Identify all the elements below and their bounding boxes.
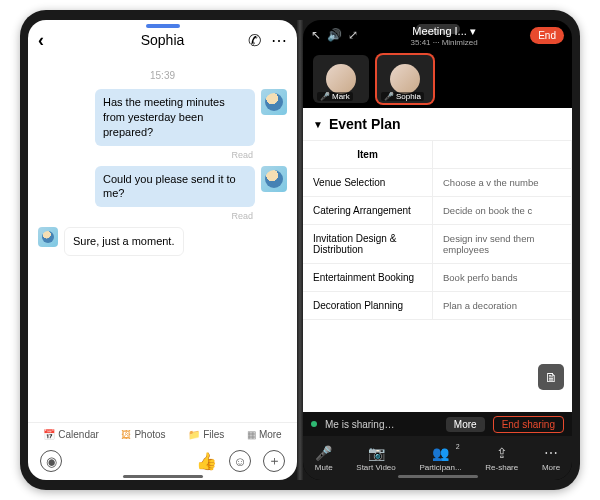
chevron-down-icon: ▾ [470, 25, 476, 37]
more-icon[interactable]: ⋯ [271, 31, 287, 50]
more-button[interactable]: ⋯More [542, 445, 560, 472]
message-row: Has the meeting minutes from yesterday b… [38, 89, 287, 146]
end-button[interactable]: End [530, 27, 564, 44]
chat-timestamp: 15:39 [38, 70, 287, 81]
avatar [390, 64, 420, 94]
chat-body: 15:39 Has the meeting minutes from yeste… [28, 60, 297, 422]
message-row: Could you please send it to me? [38, 166, 287, 208]
more-icon: ⋯ [544, 445, 558, 461]
participants-icon: 👥 [432, 445, 449, 461]
expand-icon[interactable]: ⤢ [348, 28, 358, 42]
read-receipt: Read [38, 211, 253, 221]
sharing-indicator-icon [311, 421, 317, 427]
quick-photos[interactable]: 🖼Photos [121, 429, 165, 440]
message-bubble-in[interactable]: Sure, just a moment. [64, 227, 184, 256]
home-indicator [398, 475, 478, 478]
video-off-icon: 📷 [368, 445, 385, 461]
grid-icon: ▦ [247, 429, 256, 440]
end-sharing-button[interactable]: End sharing [493, 416, 564, 433]
avatar [326, 64, 356, 94]
message-row: Sure, just a moment. [38, 227, 287, 256]
calendar-icon: 📅 [43, 429, 55, 440]
message-bubble-out[interactable]: Has the meeting minutes from yesterday b… [95, 89, 255, 146]
table-row[interactable]: Venue Selection Choose a v the numbe [303, 169, 572, 197]
avatar[interactable] [261, 166, 287, 192]
voice-button[interactable]: ◉ [40, 450, 62, 472]
table-row[interactable]: Invitation Design & Distribution Design … [303, 225, 572, 264]
mute-button[interactable]: 🎤Mute [315, 445, 333, 472]
chevron-down-icon: ▼ [313, 119, 323, 130]
reshare-button[interactable]: ⇪Re-share [485, 445, 518, 472]
chat-header: ‹ Sophia ✆ ⋯ [28, 20, 297, 60]
table-row[interactable]: Entertainment Booking Book perfo bands [303, 264, 572, 292]
share-status-text: Me is sharing… [325, 419, 438, 430]
participant-card[interactable]: 🎤Sophia [377, 55, 433, 103]
video-button[interactable]: 📷Start Video [356, 445, 395, 472]
share-more-button[interactable]: More [446, 417, 485, 432]
doc-title-row[interactable]: ▼ Event Plan [303, 108, 572, 140]
emoji-button[interactable]: ☺ [229, 450, 251, 472]
participants-strip: 🎤Mark 🎤Sophia [303, 50, 572, 108]
meeting-title-wrap[interactable]: Meeting I... ▾ 35:41 ··· Minimized [364, 25, 524, 47]
quick-more[interactable]: ▦More [247, 429, 282, 440]
table-header: Item [303, 141, 572, 169]
annotate-button[interactable]: 🗎 [538, 364, 564, 390]
call-icon[interactable]: ✆ [248, 31, 261, 50]
doc-title: Event Plan [329, 116, 401, 132]
quick-files[interactable]: 📁Files [188, 429, 224, 440]
mic-icon: 🎤 [315, 445, 332, 461]
files-icon: 📁 [188, 429, 200, 440]
share-icon: ⇪ [496, 445, 508, 461]
participants-button[interactable]: 👥2Participan... [419, 445, 461, 472]
meeting-topbar: ↖ 🔊 ⤢ Meeting I... ▾ 35:41 ··· Minimized… [303, 20, 572, 50]
mic-muted-icon: 🎤 [384, 92, 394, 101]
col-item: Item [303, 141, 433, 169]
meeting-bottom-bar: 🎤Mute 📷Start Video 👥2Participan... ⇪Re-s… [303, 436, 572, 480]
add-button[interactable]: ＋ [263, 450, 285, 472]
chat-screen: ‹ Sophia ✆ ⋯ 15:39 Has the meeting minut… [28, 20, 297, 480]
col-desc [433, 141, 572, 169]
quick-row: 📅Calendar 🖼Photos 📁Files ▦More [28, 422, 297, 446]
participant-card[interactable]: 🎤Mark [313, 55, 369, 103]
table-row[interactable]: Decoration Planning Plan a decoration [303, 292, 572, 320]
foldable-device: ‹ Sophia ✆ ⋯ 15:39 Has the meeting minut… [20, 10, 580, 490]
read-receipt: Read [38, 150, 253, 160]
speaker-icon[interactable]: 🔊 [327, 28, 342, 42]
table-row[interactable]: Catering Arrangement Decide on book the … [303, 197, 572, 225]
home-indicator [123, 475, 203, 478]
meeting-screen: ↖ 🔊 ⤢ Meeting I... ▾ 35:41 ··· Minimized… [303, 20, 572, 480]
shared-document: ▼ Event Plan Item Venue Selection Choose… [303, 108, 572, 412]
photos-icon: 🖼 [121, 429, 131, 440]
minimize-icon[interactable]: ↖ [311, 28, 321, 42]
quick-calendar[interactable]: 📅Calendar [43, 429, 99, 440]
avatar[interactable] [261, 89, 287, 115]
avatar[interactable] [38, 227, 58, 247]
message-bubble-out[interactable]: Could you please send it to me? [95, 166, 255, 208]
mic-muted-icon: 🎤 [320, 92, 330, 101]
share-status-bar: Me is sharing… More End sharing [303, 412, 572, 436]
event-table: Item Venue Selection Choose a v the numb… [303, 140, 572, 412]
thumbs-up-icon[interactable]: 👍 [196, 451, 217, 472]
